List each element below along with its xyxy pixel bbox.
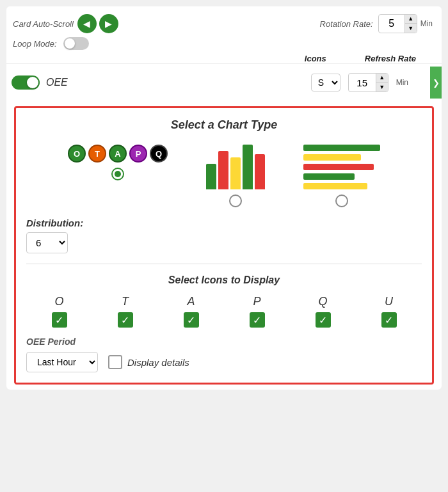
rotation-decrement-button[interactable]: ▼ bbox=[405, 24, 417, 33]
checkbox-q[interactable]: ✓ bbox=[316, 312, 331, 328]
icon-a: A bbox=[109, 145, 127, 163]
refresh-increment-button[interactable]: ▲ bbox=[376, 74, 388, 83]
chart-option-bar[interactable] bbox=[206, 145, 265, 207]
radio-otapq[interactable] bbox=[111, 168, 124, 180]
period-section: OEE Period Last Hour Last Day Last Week … bbox=[26, 337, 422, 372]
green-sidebar-button[interactable]: ❯ bbox=[430, 67, 442, 99]
icon-letter-p: P bbox=[253, 295, 260, 308]
icon-letter-t: T bbox=[122, 295, 129, 308]
icon-letter-a: A bbox=[187, 295, 195, 308]
icon-col-t: T ✓ bbox=[118, 295, 133, 328]
hbar-chart-icon bbox=[303, 145, 380, 189]
icons-display-row: O ✓ T ✓ A ✓ P ✓ Q ✓ U ✓ bbox=[26, 295, 422, 328]
rotation-rate-input[interactable] bbox=[379, 17, 404, 31]
oee-toggle[interactable] bbox=[12, 75, 40, 90]
icon-o: O bbox=[68, 145, 86, 163]
radio-hbar[interactable] bbox=[335, 194, 348, 207]
loop-mode-toggle[interactable] bbox=[63, 37, 89, 50]
period-row: Last Hour Last Day Last Week Display det… bbox=[26, 352, 422, 372]
checkbox-a[interactable]: ✓ bbox=[184, 312, 199, 328]
otapq-icons: O T A P Q bbox=[68, 145, 168, 163]
icon-col-q: Q ✓ bbox=[316, 295, 331, 328]
chart-option-hbar[interactable] bbox=[303, 145, 380, 207]
display-details-checkbox[interactable] bbox=[108, 355, 122, 369]
distribution-select[interactable]: 6 4 8 12 bbox=[26, 232, 68, 253]
loop-mode-label: Loop Mode: bbox=[13, 39, 57, 49]
card-auto-scroll-label: Card Auto-Scroll bbox=[13, 19, 74, 29]
rotation-increment-button[interactable]: ▲ bbox=[405, 15, 417, 24]
icon-size-select[interactable]: S M L bbox=[311, 74, 340, 91]
scroll-left-button[interactable]: ◀ bbox=[77, 14, 97, 33]
icons-column-label: Icons bbox=[305, 54, 326, 63]
divider bbox=[26, 264, 422, 264]
rotation-rate-unit: Min bbox=[420, 19, 435, 28]
refresh-rate-input[interactable] bbox=[349, 76, 376, 90]
distribution-section: Distribution: 6 4 8 12 bbox=[26, 218, 422, 253]
checkbox-t[interactable]: ✓ bbox=[118, 312, 133, 328]
panel-title: Select a Chart Type bbox=[26, 118, 422, 132]
icon-letter-o: O bbox=[54, 295, 63, 308]
display-details-label: Display details bbox=[127, 357, 189, 368]
main-panel: Select a Chart Type O T A P Q bbox=[14, 106, 434, 385]
refresh-rate-column-label: Refresh Rate bbox=[365, 54, 416, 63]
refresh-rate-unit: Min bbox=[396, 78, 411, 87]
chart-option-otapq[interactable]: O T A P Q bbox=[68, 145, 168, 180]
scroll-right-button[interactable]: ▶ bbox=[99, 14, 118, 33]
icon-p: P bbox=[129, 145, 147, 163]
period-select[interactable]: Last Hour Last Day Last Week bbox=[26, 352, 98, 372]
icon-col-o: O ✓ bbox=[52, 295, 67, 328]
radio-bar[interactable] bbox=[229, 194, 242, 207]
icon-col-p: P ✓ bbox=[250, 295, 265, 328]
icon-q: Q bbox=[150, 145, 168, 163]
icon-col-u: U ✓ bbox=[381, 295, 397, 328]
oee-label: OEE bbox=[46, 77, 68, 88]
checkbox-o[interactable]: ✓ bbox=[52, 312, 67, 328]
display-details-wrap: Display details bbox=[108, 355, 189, 369]
icon-letter-u: U bbox=[385, 295, 393, 308]
refresh-decrement-button[interactable]: ▼ bbox=[376, 83, 388, 91]
chart-type-row: O T A P Q bbox=[26, 145, 422, 207]
icons-display-title: Select Icons to Display bbox=[26, 274, 422, 286]
bar-chart-icon bbox=[206, 145, 265, 189]
icon-col-a: A ✓ bbox=[184, 295, 199, 328]
oee-period-label: OEE Period bbox=[26, 337, 422, 347]
icon-t: T bbox=[88, 145, 106, 163]
checkbox-p[interactable]: ✓ bbox=[250, 312, 265, 328]
rotation-rate-label: Rotation Rate: bbox=[320, 19, 373, 29]
icon-letter-q: Q bbox=[318, 295, 327, 308]
distribution-label: Distribution: bbox=[26, 218, 422, 228]
checkbox-u[interactable]: ✓ bbox=[381, 312, 397, 328]
